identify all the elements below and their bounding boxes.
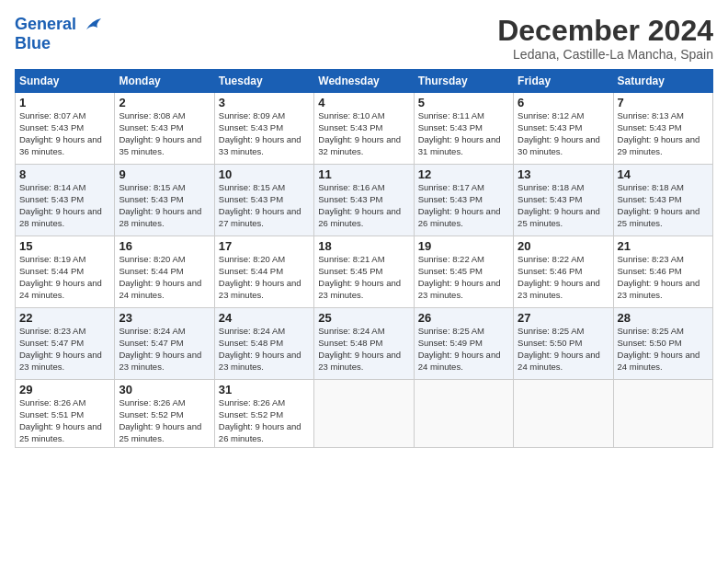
calendar-cell: 29Sunrise: 8:26 AMSunset: 5:51 PMDayligh… — [16, 380, 115, 448]
calendar-cell — [613, 380, 712, 448]
day-number: 13 — [518, 167, 609, 181]
calendar-cell: 10Sunrise: 8:15 AMSunset: 5:43 PMDayligh… — [214, 165, 313, 236]
calendar-cell: 9Sunrise: 8:15 AMSunset: 5:43 PMDaylight… — [115, 165, 214, 236]
cell-details: Sunrise: 8:17 AMSunset: 5:43 PMDaylight:… — [418, 182, 509, 229]
col-header-thursday: Thursday — [414, 70, 513, 93]
day-number: 25 — [318, 311, 409, 325]
calendar-cell: 5Sunrise: 8:11 AMSunset: 5:43 PMDaylight… — [414, 93, 513, 165]
cell-details: Sunrise: 8:20 AMSunset: 5:44 PMDaylight:… — [219, 254, 310, 301]
day-number: 21 — [618, 239, 709, 253]
cell-details: Sunrise: 8:25 AMSunset: 5:50 PMDaylight:… — [618, 326, 709, 373]
calendar-cell: 12Sunrise: 8:17 AMSunset: 5:43 PMDayligh… — [414, 165, 513, 236]
calendar-cell: 1Sunrise: 8:07 AMSunset: 5:43 PMDaylight… — [16, 93, 115, 165]
calendar-cell: 20Sunrise: 8:22 AMSunset: 5:46 PMDayligh… — [514, 236, 613, 308]
day-number: 11 — [318, 167, 409, 181]
cell-details: Sunrise: 8:22 AMSunset: 5:46 PMDaylight:… — [518, 254, 609, 301]
day-number: 9 — [119, 167, 210, 181]
cell-details: Sunrise: 8:22 AMSunset: 5:45 PMDaylight:… — [418, 254, 509, 301]
calendar-cell: 11Sunrise: 8:16 AMSunset: 5:43 PMDayligh… — [314, 165, 414, 236]
cell-details: Sunrise: 8:07 AMSunset: 5:43 PMDaylight:… — [19, 110, 110, 157]
cell-details: Sunrise: 8:16 AMSunset: 5:43 PMDaylight:… — [318, 182, 409, 229]
cell-details: Sunrise: 8:18 AMSunset: 5:43 PMDaylight:… — [618, 182, 709, 229]
cell-details: Sunrise: 8:26 AMSunset: 5:52 PMDaylight:… — [119, 397, 210, 444]
calendar-cell: 14Sunrise: 8:18 AMSunset: 5:43 PMDayligh… — [613, 165, 712, 236]
day-number: 8 — [19, 167, 110, 181]
day-number: 20 — [518, 239, 609, 253]
calendar-header-row: SundayMondayTuesdayWednesdayThursdayFrid… — [16, 70, 713, 93]
day-number: 7 — [618, 96, 709, 109]
cell-details: Sunrise: 8:13 AMSunset: 5:43 PMDaylight:… — [618, 110, 709, 157]
day-number: 24 — [219, 311, 310, 325]
calendar-cell: 27Sunrise: 8:25 AMSunset: 5:50 PMDayligh… — [514, 308, 613, 380]
cell-details: Sunrise: 8:08 AMSunset: 5:43 PMDaylight:… — [119, 110, 210, 157]
logo-line2: Blue — [15, 35, 103, 53]
cell-details: Sunrise: 8:19 AMSunset: 5:44 PMDaylight:… — [19, 254, 110, 301]
calendar-cell: 13Sunrise: 8:18 AMSunset: 5:43 PMDayligh… — [514, 165, 613, 236]
calendar-cell: 8Sunrise: 8:14 AMSunset: 5:43 PMDaylight… — [16, 165, 115, 236]
calendar-cell: 2Sunrise: 8:08 AMSunset: 5:43 PMDaylight… — [115, 93, 214, 165]
calendar-cell: 18Sunrise: 8:21 AMSunset: 5:45 PMDayligh… — [314, 236, 414, 308]
cell-details: Sunrise: 8:26 AMSunset: 5:51 PMDaylight:… — [19, 397, 110, 444]
cell-details: Sunrise: 8:24 AMSunset: 5:48 PMDaylight:… — [318, 326, 409, 373]
day-number: 17 — [219, 239, 310, 253]
title-area: December 2024 Ledana, Castille-La Mancha… — [497, 15, 713, 62]
day-number: 16 — [119, 239, 210, 253]
cell-details: Sunrise: 8:15 AMSunset: 5:43 PMDaylight:… — [119, 182, 210, 229]
calendar-cell — [314, 380, 414, 448]
day-number: 3 — [219, 96, 310, 109]
calendar-cell: 6Sunrise: 8:12 AMSunset: 5:43 PMDaylight… — [514, 93, 613, 165]
day-number: 23 — [119, 311, 210, 325]
cell-details: Sunrise: 8:20 AMSunset: 5:44 PMDaylight:… — [119, 254, 210, 301]
calendar-cell: 3Sunrise: 8:09 AMSunset: 5:43 PMDaylight… — [214, 93, 313, 165]
calendar-cell — [414, 380, 513, 448]
day-number: 4 — [318, 96, 409, 109]
day-number: 30 — [119, 383, 210, 396]
cell-details: Sunrise: 8:24 AMSunset: 5:47 PMDaylight:… — [119, 326, 210, 373]
calendar-cell: 22Sunrise: 8:23 AMSunset: 5:47 PMDayligh… — [16, 308, 115, 380]
cell-details: Sunrise: 8:24 AMSunset: 5:48 PMDaylight:… — [219, 326, 310, 373]
calendar-cell: 17Sunrise: 8:20 AMSunset: 5:44 PMDayligh… — [214, 236, 313, 308]
calendar-cell: 30Sunrise: 8:26 AMSunset: 5:52 PMDayligh… — [115, 380, 214, 448]
cell-details: Sunrise: 8:14 AMSunset: 5:43 PMDaylight:… — [19, 182, 110, 229]
cell-details: Sunrise: 8:12 AMSunset: 5:43 PMDaylight:… — [518, 110, 609, 157]
col-header-monday: Monday — [115, 70, 214, 93]
month-title: December 2024 — [497, 15, 713, 47]
calendar-cell: 19Sunrise: 8:22 AMSunset: 5:45 PMDayligh… — [414, 236, 513, 308]
day-number: 29 — [19, 383, 110, 396]
day-number: 10 — [219, 167, 310, 181]
col-header-tuesday: Tuesday — [214, 70, 313, 93]
day-number: 28 — [618, 311, 709, 325]
cell-details: Sunrise: 8:23 AMSunset: 5:46 PMDaylight:… — [618, 254, 709, 301]
logo-line1: General — [15, 15, 103, 35]
calendar-cell: 26Sunrise: 8:25 AMSunset: 5:49 PMDayligh… — [414, 308, 513, 380]
cell-details: Sunrise: 8:25 AMSunset: 5:49 PMDaylight:… — [418, 326, 509, 373]
cell-details: Sunrise: 8:18 AMSunset: 5:43 PMDaylight:… — [518, 182, 609, 229]
cell-details: Sunrise: 8:23 AMSunset: 5:47 PMDaylight:… — [19, 326, 110, 373]
calendar-cell: 25Sunrise: 8:24 AMSunset: 5:48 PMDayligh… — [314, 308, 414, 380]
col-header-wednesday: Wednesday — [314, 70, 414, 93]
calendar-cell: 31Sunrise: 8:26 AMSunset: 5:52 PMDayligh… — [214, 380, 313, 448]
calendar-cell: 15Sunrise: 8:19 AMSunset: 5:44 PMDayligh… — [16, 236, 115, 308]
day-number: 14 — [618, 167, 709, 181]
cell-details: Sunrise: 8:09 AMSunset: 5:43 PMDaylight:… — [219, 110, 310, 157]
cell-details: Sunrise: 8:11 AMSunset: 5:43 PMDaylight:… — [418, 110, 509, 157]
calendar-cell: 28Sunrise: 8:25 AMSunset: 5:50 PMDayligh… — [613, 308, 712, 380]
calendar-cell: 7Sunrise: 8:13 AMSunset: 5:43 PMDaylight… — [613, 93, 712, 165]
calendar-cell: 16Sunrise: 8:20 AMSunset: 5:44 PMDayligh… — [115, 236, 214, 308]
calendar-cell: 24Sunrise: 8:24 AMSunset: 5:48 PMDayligh… — [214, 308, 313, 380]
day-number: 5 — [418, 96, 509, 109]
day-number: 15 — [19, 239, 110, 253]
day-number: 22 — [19, 311, 110, 325]
day-number: 31 — [219, 383, 310, 396]
day-number: 1 — [19, 96, 110, 109]
day-number: 12 — [418, 167, 509, 181]
cell-details: Sunrise: 8:21 AMSunset: 5:45 PMDaylight:… — [318, 254, 409, 301]
calendar-cell — [514, 380, 613, 448]
day-number: 26 — [418, 311, 509, 325]
location: Ledana, Castille-La Mancha, Spain — [497, 47, 713, 62]
calendar-cell: 21Sunrise: 8:23 AMSunset: 5:46 PMDayligh… — [613, 236, 712, 308]
day-number: 19 — [418, 239, 509, 253]
day-number: 27 — [518, 311, 609, 325]
col-header-saturday: Saturday — [613, 70, 712, 93]
calendar-cell: 4Sunrise: 8:10 AMSunset: 5:43 PMDaylight… — [314, 93, 414, 165]
